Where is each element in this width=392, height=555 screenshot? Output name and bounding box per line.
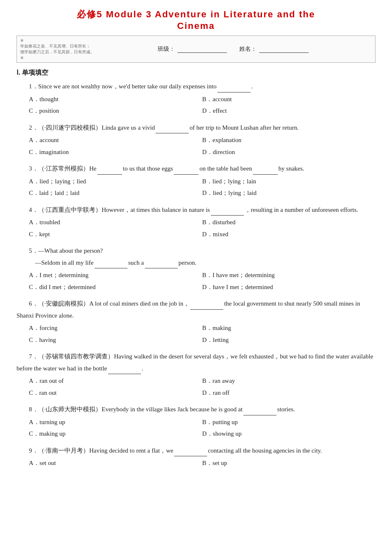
q2-option-a: A．account (29, 134, 202, 146)
q5-option-c: C．did I met；determined (29, 281, 202, 293)
q8-option-d: D．showing up (202, 428, 375, 440)
q7-blank (108, 374, 141, 374)
q5-options: A．I met；determining B．I have met；determi… (29, 269, 375, 293)
q8-blank (243, 415, 276, 415)
q3-option-b: B．lied；lying；lain (202, 176, 375, 187)
q3-blank3 (253, 174, 278, 175)
q4-option-a: A．troubled (29, 216, 202, 228)
q6-option-c: C．having (29, 334, 202, 346)
q6-options: A．forcing B．making C．having D．letting (29, 322, 375, 346)
header-motto: ※ 年如春花之奋、不见其增、日有所长； 德学如磨刀之后，不见其损，日有所减。 ※ (20, 38, 94, 61)
q7-options: A．ran out of B．ran away C．ran out D．ran … (29, 375, 375, 398)
q1-text: 1．Since we are not wealthy now，we'd bett… (17, 81, 375, 92)
class-field: 班级： (158, 45, 227, 53)
q2-blank (156, 133, 189, 133)
q8-text: 8．（·山东师大附中模拟）Everybody in the village li… (17, 403, 375, 415)
q6-text: 6．（·安徽皖南模拟）A lot of coal miners died on … (17, 298, 375, 321)
q2-text: 2．（·四川遂宁四校模拟）Linda gave us a vividof her… (17, 122, 375, 134)
q1-option-c: C．position (29, 105, 202, 117)
q9-option-a: A．set out (29, 457, 202, 469)
header-box: ※ 年如春花之奋、不见其增、日有所长； 德学如磨刀之后，不见其损，日有所减。 ※… (17, 36, 375, 63)
q3-option-a: A．lied；laying；lied (29, 176, 202, 187)
q3-blank1 (97, 174, 122, 175)
section-title: Ⅰ. 单项填空 (17, 69, 375, 77)
question-3: 3．（·江苏常州模拟）Heto us that those eggson the… (17, 163, 375, 199)
q1-option-d: D．effect (202, 105, 375, 117)
q7-option-b: B．ran away (202, 375, 375, 387)
name-input-line[interactable] (259, 45, 309, 53)
q1-option-a: A．thought (29, 93, 202, 105)
title-line1: 必修5 Module 3 Adventure in Literature and… (17, 8, 375, 21)
q3-options: A．lied；laying；lied B．lied；lying；lain C．l… (29, 176, 375, 199)
q5-dialog2: —Seldom in all my lifesuch aperson. (17, 257, 375, 269)
question-4: 4．（·江西重点中学联考）However，at times this balan… (17, 204, 375, 240)
q5-option-d: D．have I met；determined (202, 281, 375, 293)
q2-option-b: B．explanation (202, 134, 375, 146)
q8-option-c: C．making up (29, 428, 202, 440)
q3-option-c: C．laid；laid；laid (29, 187, 202, 199)
q1-option-b: B．account (202, 93, 375, 105)
q9-option-b: B．set up (202, 457, 375, 469)
q2-options: A．account B．explanation C．imagination D．… (29, 134, 375, 158)
q4-option-d: D．mixed (202, 228, 375, 240)
q1-blank (217, 92, 250, 92)
q2-option-c: C．imagination (29, 146, 202, 158)
question-6: 6．（·安徽皖南模拟）A lot of coal miners died on … (17, 298, 375, 346)
q9-text: 9．（·淮南一中月考）Having decided to rent a flat… (17, 445, 375, 457)
q6-option-b: B．making (202, 322, 375, 334)
q9-blank (174, 456, 207, 456)
q4-text: 4．（·江西重点中学联考）However，at times this balan… (17, 204, 375, 216)
q7-option-d: D．ran off (202, 387, 375, 399)
question-1: 1．Since we are not wealthy now，we'd bett… (17, 81, 375, 117)
q3-text: 3．（·江苏常州模拟）Heto us that those eggson the… (17, 163, 375, 175)
header-fields: 班级： 姓名： (94, 45, 372, 53)
title-line2: Cinema (17, 21, 375, 31)
q6-option-d: D．letting (202, 334, 375, 346)
q2-option-d: D．direction (202, 146, 375, 158)
q6-blank (190, 309, 223, 310)
q3-blank2 (174, 174, 198, 175)
q9-options: A．set out B．set up (29, 457, 375, 469)
q7-option-c: C．ran out (29, 387, 202, 399)
question-8: 8．（·山东师大附中模拟）Everybody in the village li… (17, 403, 375, 440)
q5-blank2 (145, 268, 178, 268)
q4-option-b: B．disturbed (202, 216, 375, 228)
q4-option-c: C．kept (29, 228, 202, 240)
q5-blank1 (94, 268, 128, 268)
q7-text: 7．（·苏锡常镇四市教学调查）Having walked in the dese… (17, 351, 375, 374)
question-5: 5．—What about the person? —Seldom in all… (17, 245, 375, 293)
q3-option-d: D．lied；lying；laid (202, 187, 375, 199)
q1-options: A．thought B．account C．position D．effect (29, 93, 375, 117)
q7-option-a: A．ran out of (29, 375, 202, 387)
q5-option-a: A．I met；determining (29, 269, 202, 281)
question-2: 2．（·四川遂宁四校模拟）Linda gave us a vividof her… (17, 122, 375, 158)
class-label: 班级： (158, 45, 175, 53)
q8-option-a: A．turning up (29, 416, 202, 428)
q8-option-b: B．putting up (202, 416, 375, 428)
q6-option-a: A．forcing (29, 322, 202, 334)
class-input-line[interactable] (177, 45, 227, 53)
q4-options: A．troubled B．disturbed C．kept D．mixed (29, 216, 375, 240)
question-9: 9．（·淮南一中月考）Having decided to rent a flat… (17, 445, 375, 469)
name-field: 姓名： (239, 45, 309, 53)
q5-dialog1: 5．—What about the person? (17, 245, 375, 257)
name-label: 姓名： (239, 45, 257, 53)
q5-option-b: B．I have met；determining (202, 269, 375, 281)
question-7: 7．（·苏锡常镇四市教学调查）Having walked in the dese… (17, 351, 375, 398)
q8-options: A．turning up B．putting up C．making up D．… (29, 416, 375, 440)
q4-blank (211, 215, 244, 216)
